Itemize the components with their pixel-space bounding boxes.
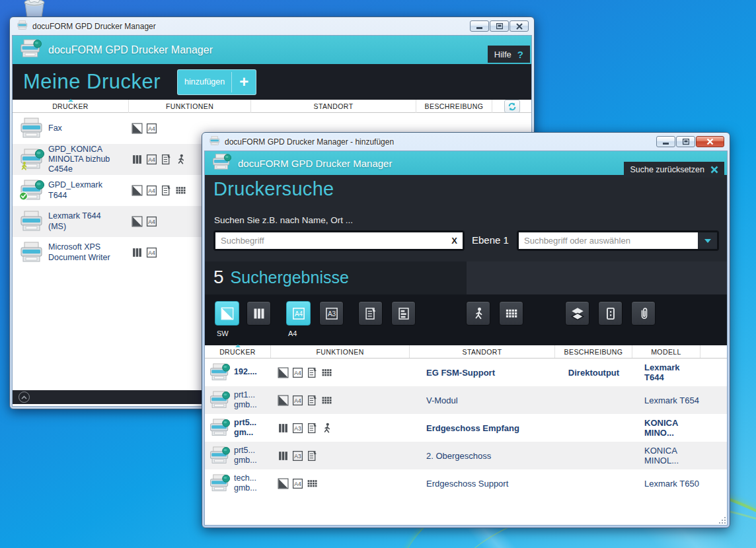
color-icon <box>252 307 266 320</box>
modell-cell: KONICA MINOL... <box>632 442 700 469</box>
a3-icon: A3 <box>325 307 338 320</box>
a3-icon: A3 <box>292 423 303 434</box>
printer-icon <box>19 149 44 170</box>
a4-icon: A4 <box>146 185 157 196</box>
refresh-button[interactable] <box>504 100 520 113</box>
a4-icon: A4 <box>146 216 157 227</box>
modell-cell: Lexmark T650 <box>632 469 700 497</box>
front-table-filler <box>205 511 727 525</box>
dropdown-arrow-button[interactable] <box>698 232 717 249</box>
column-header-standort[interactable]: STANDORT <box>251 100 416 113</box>
back-titlebar[interactable]: docuFORM GPD Drucker Manager <box>12 17 532 35</box>
beschreibung-cell <box>555 469 632 497</box>
printer-cell: GPD_Lexmark T644 <box>13 175 129 206</box>
app-printer-icon <box>17 20 28 32</box>
printer-icon <box>19 39 42 59</box>
standort-cell: EG FSM-Support <box>410 359 555 386</box>
column-header-drucker[interactable]: DRUCKER <box>13 100 129 113</box>
column-header-drucker[interactable]: DRUCKER <box>205 345 271 358</box>
column-header-beschreibung[interactable]: BESCHREIBUNG <box>416 100 492 113</box>
recycle-bin-icon[interactable] <box>20 0 49 18</box>
svg-text:A4: A4 <box>148 156 155 163</box>
color-icon <box>132 247 143 258</box>
search-input[interactable] <box>221 236 447 246</box>
column-header-beschreibung[interactable]: BESCHREIBUNG <box>555 345 632 358</box>
close-button[interactable] <box>510 20 529 32</box>
printer-cell: GPD_KONICA MINOLTA bizhub C454e <box>13 144 129 175</box>
result-row[interactable]: prt5...gmb...A32. ObergeschossKONICA MIN… <box>205 442 727 469</box>
question-icon: ? <box>517 49 523 60</box>
doc-icon <box>307 367 318 378</box>
filter-layers-button[interactable] <box>565 301 589 325</box>
filter-a4-button[interactable]: A4 <box>286 301 311 325</box>
clear-search-button[interactable]: X <box>447 236 457 246</box>
front-titlebar[interactable]: docuFORM GPD Drucker Manager - hinzufüge… <box>204 133 728 151</box>
filter-clip-button[interactable] <box>631 301 656 325</box>
svg-text:A4: A4 <box>294 481 301 487</box>
result-row[interactable]: prt1...gmb...A4V-ModulLexmark T654 <box>205 386 727 414</box>
clip-icon <box>637 307 650 320</box>
printer-name: Microsoft XPS Document Writer <box>48 242 114 263</box>
filter-person-button[interactable] <box>466 301 490 325</box>
minimize-button[interactable] <box>656 136 675 147</box>
printer-cell: prt5...gmb... <box>205 442 271 469</box>
front-app-title: docuFORM GPD Drucker Manager <box>238 158 392 169</box>
a4-icon: A4 <box>292 395 303 406</box>
doc-icon <box>161 154 172 165</box>
filter-cabinet-button[interactable] <box>598 301 623 325</box>
close-button[interactable] <box>696 136 724 147</box>
maximize-button[interactable] <box>490 20 509 32</box>
svg-text:A4: A4 <box>148 188 155 194</box>
printer-name: GPD_KONICA MINOLTA bizhub C454e <box>48 145 114 175</box>
grid-icon <box>307 478 318 489</box>
column-header-funktionen[interactable]: FUNKTIONEN <box>129 100 251 113</box>
svg-text:A4: A4 <box>294 397 301 404</box>
printer-name: prt5...gmb... <box>234 446 257 466</box>
printer-name: prt1...gmb... <box>234 390 257 411</box>
printer-icon <box>19 180 44 201</box>
a3-icon: A3 <box>292 450 303 462</box>
resize-grip[interactable] <box>718 516 726 524</box>
level-dropdown[interactable]: Suchbegriff oder auswählen <box>517 230 719 251</box>
back-app-header: docuFORM GPD Drucker Manager <box>13 36 531 64</box>
svg-text:A4: A4 <box>148 125 155 132</box>
filter-bar: SWA4A4A3 <box>205 294 727 345</box>
grid-icon <box>505 307 518 320</box>
grid-icon <box>175 185 186 196</box>
printer-icon <box>211 153 231 171</box>
person-icon <box>472 307 485 320</box>
filter-color-button[interactable] <box>246 301 271 325</box>
printer-cell: prt5...gm... <box>205 414 271 442</box>
result-row[interactable]: 192....A4EG FSM-SupportDirektoutputLexma… <box>205 359 727 386</box>
reset-search-button[interactable]: Suche zurücksetzen <box>624 162 724 178</box>
result-row[interactable]: prt5...gm...A3Erdgeschoss EmpfangKONICA … <box>205 414 727 442</box>
add-printer-button[interactable]: hinzufügen + <box>178 70 256 94</box>
expand-up-button[interactable] <box>19 392 30 403</box>
printer-icon <box>19 211 44 232</box>
column-header-extra <box>700 345 727 358</box>
column-header-funktionen[interactable]: FUNKTIONEN <box>271 345 410 358</box>
printer-name: tech...gmb... <box>234 473 257 494</box>
grid-icon <box>321 367 332 378</box>
filter-a3-button[interactable]: A3 <box>319 301 344 325</box>
color-icon <box>278 450 289 462</box>
filter-doc2-button[interactable] <box>391 301 416 325</box>
filter-doc-button[interactable] <box>358 301 383 325</box>
column-header-modell[interactable]: MODELL <box>632 345 700 358</box>
back-window-title: docuFORM GPD Drucker Manager <box>32 22 466 31</box>
maximize-button[interactable] <box>676 136 695 147</box>
sw-icon <box>132 216 143 227</box>
result-row[interactable]: tech...gmb...A4Erdgeschoss SupportLexmar… <box>205 469 727 497</box>
filter-sw-button[interactable] <box>215 301 239 325</box>
printer-icon <box>19 118 44 139</box>
filter-grid-button[interactable] <box>499 301 523 325</box>
doc-icon <box>161 185 172 196</box>
standort-cell: 2. Obergeschoss <box>410 442 555 469</box>
level-label: Ebene 1 <box>472 234 509 246</box>
beschreibung-cell <box>555 442 632 469</box>
column-header-standort[interactable]: STANDORT <box>410 345 555 358</box>
help-button[interactable]: Hilfe ? <box>488 46 530 63</box>
search-page-title: Druckersuche <box>213 178 334 200</box>
printer-cell: Lexmark T644 (MS) <box>13 206 129 237</box>
minimize-button[interactable] <box>470 20 489 32</box>
